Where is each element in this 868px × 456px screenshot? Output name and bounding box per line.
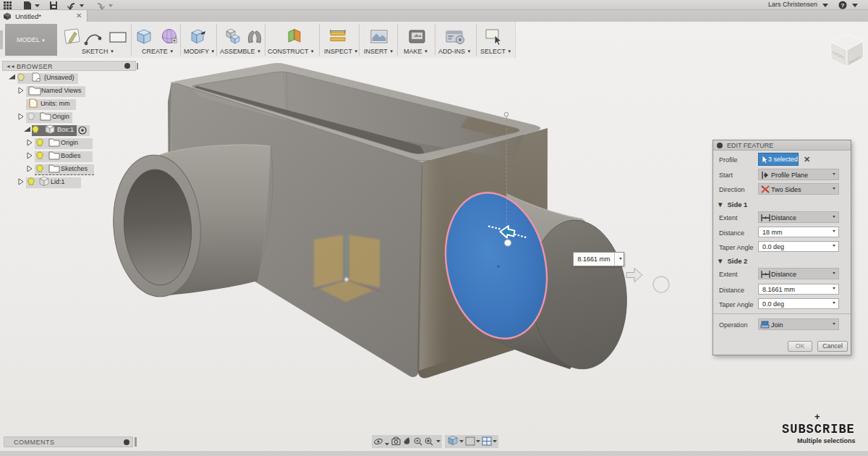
svg-text:?: ? <box>841 2 845 9</box>
